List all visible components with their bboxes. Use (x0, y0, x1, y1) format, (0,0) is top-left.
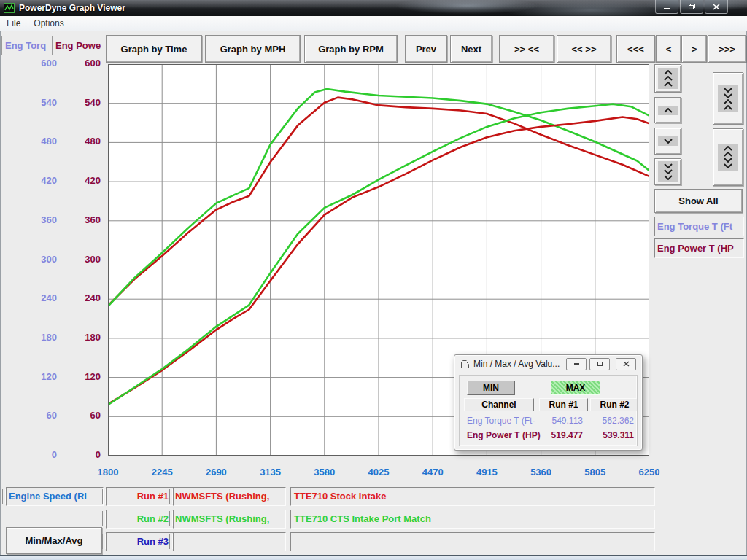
zoom-in-x-button[interactable]: >> << (499, 35, 554, 63)
tab-eng-power[interactable]: Eng Powe (52, 36, 107, 55)
run2-label-box[interactable]: Run #2 (106, 510, 174, 529)
rpm-axis-tick: 4470 (411, 467, 454, 478)
scroll-up-button[interactable] (654, 97, 681, 123)
minmax-values-window[interactable]: Min / Max / Avg Valu... MIN MAX Channel … (454, 354, 643, 451)
power-axis-tick: 540 (61, 97, 101, 108)
minmaxavg-button[interactable]: Min/Max/Avg (6, 527, 102, 554)
scroll-top-button[interactable] (654, 64, 681, 93)
power-axis-tick: 480 (61, 136, 101, 147)
power-run2-max: 539.311 (590, 430, 634, 440)
down-chevron-icon (658, 136, 678, 146)
minmax-window-icon (460, 359, 470, 368)
minimize-icon (663, 4, 670, 10)
power-axis-tick: 0 (61, 449, 101, 460)
window-title: PowerDyne Graph Viewer (19, 3, 125, 13)
power-axis-tick: 120 (61, 371, 101, 382)
power-axis-tick: 300 (61, 254, 101, 265)
torque-axis-tick: 540 (13, 97, 57, 108)
minimize-button[interactable] (655, 0, 678, 14)
torque-axis-tick: 180 (13, 332, 57, 343)
run1-file-box[interactable]: NWMSFTS (Rushing, (173, 487, 286, 506)
power-run1-max: 519.477 (539, 430, 583, 440)
show-all-button[interactable]: Show All (654, 189, 743, 213)
menu-file[interactable]: File (0, 17, 27, 30)
run2-description-box[interactable]: TTE710 CTS Intake Port Match (290, 510, 655, 529)
rpm-axis-tick: 2245 (140, 467, 184, 478)
restore-button[interactable] (680, 0, 703, 14)
torque-axis-tick: 480 (13, 136, 57, 147)
torque-axis-tick: 360 (13, 214, 57, 225)
powerdyne-window: PowerDyne Graph Viewer File Options Eng … (0, 0, 747, 560)
expand-chevrons-icon (718, 144, 738, 171)
tab-eng-torque[interactable]: Eng Torq (1, 36, 54, 55)
x-axis-channel-box[interactable]: Engine Speed (RI (6, 487, 104, 506)
run1-label-box[interactable]: Run #1 (106, 487, 174, 506)
torque-axis-tick: 0 (13, 449, 57, 460)
contract-chevrons-icon (718, 85, 738, 112)
rpm-axis-tick: 1800 (86, 467, 130, 478)
close-icon (713, 4, 720, 10)
graph-by-mph-button[interactable]: Graph by MPH (205, 35, 301, 63)
zoom-out-x-button[interactable]: << >> (557, 35, 611, 63)
triple-down-chevron-icon (658, 161, 678, 182)
minmax-row-power-channel: Eng Power T (HP) (467, 430, 541, 440)
menu-options[interactable]: Options (27, 17, 70, 30)
graph-by-rpm-button[interactable]: Graph by RPM (304, 35, 398, 63)
title-bar[interactable]: PowerDyne Graph Viewer (0, 0, 747, 16)
next-button[interactable]: Next (450, 35, 492, 63)
torque-axis-tick: 600 (13, 58, 57, 69)
zoom-in-y-button[interactable] (713, 72, 743, 125)
rpm-axis-tick: 3135 (249, 467, 293, 478)
minimize-icon (573, 361, 580, 367)
torque-axis-tick: 120 (13, 371, 57, 382)
powerdyne-app-icon (4, 3, 15, 13)
run3-label-box[interactable]: Run #3 (106, 532, 174, 551)
minmax-window-title: Min / Max / Avg Valu... (473, 359, 560, 369)
run3-file-box[interactable] (173, 532, 286, 551)
power-axis-tick: 240 (61, 292, 101, 303)
restore-icon (688, 3, 696, 10)
minmax-maximize-button[interactable] (589, 358, 610, 370)
run1-description-box[interactable]: TTE710 Stock Intake (290, 487, 655, 506)
power-axis-tick: 60 (61, 410, 101, 421)
rpm-axis-tick: 2690 (194, 467, 238, 478)
triple-up-chevron-icon (658, 68, 678, 89)
graph-by-time-button[interactable]: Graph by Time (106, 35, 202, 63)
rpm-axis-tick: 3580 (303, 467, 347, 478)
prev-button[interactable]: Prev (405, 35, 447, 63)
minmax-title-bar[interactable]: Min / Max / Avg Valu... (454, 355, 642, 373)
torque-run1-max: 549.113 (539, 416, 583, 426)
run2-file-box[interactable]: NWMSFTS (Rushing, (173, 510, 286, 529)
power-axis-tick: 360 (61, 214, 101, 225)
run3-description-box[interactable] (290, 532, 655, 551)
maximize-icon (597, 361, 603, 367)
scroll-right-button[interactable]: > (681, 35, 707, 63)
minmax-body: MIN MAX Channel Run #1 Run #2 Eng Torque… (459, 375, 638, 446)
torque-channel-label[interactable]: Eng Torque T (Ft (654, 217, 744, 236)
rpm-axis-tick: 4915 (465, 467, 508, 478)
scroll-far-left-button[interactable]: <<< (616, 35, 655, 63)
power-channel-label[interactable]: Eng Power T (HP (654, 238, 744, 258)
max-toggle-button[interactable]: MAX (551, 381, 600, 395)
column-header-run1[interactable]: Run #1 (539, 398, 588, 411)
zoom-out-y-button[interactable] (713, 128, 743, 186)
torque-axis-tick: 300 (13, 254, 57, 265)
power-axis-tick: 600 (61, 58, 101, 69)
close-button[interactable] (705, 0, 728, 14)
torque-axis-tick: 420 (13, 175, 57, 186)
torque-axis-tick: 240 (13, 292, 57, 303)
rpm-axis-tick: 4025 (357, 467, 400, 478)
column-header-run2[interactable]: Run #2 (590, 398, 638, 411)
scroll-far-right-button[interactable]: >>> (708, 35, 746, 63)
power-axis-tick: 420 (61, 175, 101, 186)
rpm-axis-tick: 6250 (627, 467, 671, 478)
scroll-bottom-button[interactable] (654, 158, 681, 185)
minmax-minimize-button[interactable] (566, 358, 587, 370)
scroll-left-button[interactable]: < (656, 35, 681, 63)
rpm-axis-tick: 5360 (519, 467, 563, 478)
power-axis-tick: 180 (61, 332, 101, 343)
minmax-close-button[interactable] (616, 358, 636, 370)
min-toggle-button[interactable]: MIN (467, 381, 515, 395)
column-header-channel[interactable]: Channel (464, 398, 534, 411)
scroll-down-button[interactable] (654, 128, 681, 155)
